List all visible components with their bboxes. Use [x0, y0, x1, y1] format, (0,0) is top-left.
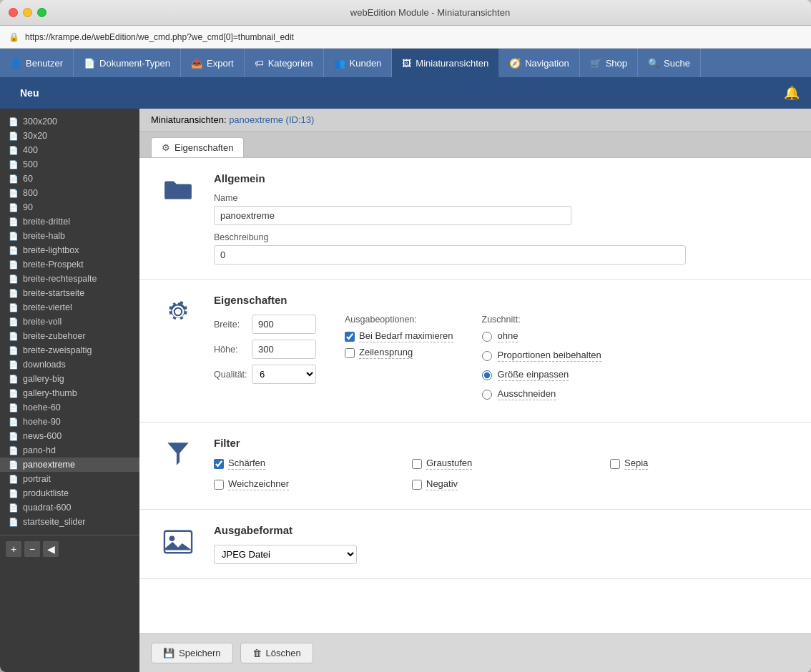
file-icon: 📄 — [9, 460, 19, 470]
sidebar-item-startseite-slider[interactable]: 📄 startseite_slider — [0, 515, 139, 529]
sidebar-item-hoehe-90[interactable]: 📄 hoehe-90 — [0, 415, 139, 429]
quality-select[interactable]: 6 — [252, 365, 316, 384]
sidebar-item-400[interactable]: 📄 400 — [0, 143, 139, 157]
sidebar-item-breite-viertel[interactable]: 📄 breite-viertel — [0, 300, 139, 315]
sidebar-item-90[interactable]: 📄 90 — [0, 200, 139, 214]
sidebar-item-300x200[interactable]: 📄 300x200 — [0, 114, 139, 129]
file-icon: 📄 — [9, 403, 19, 412]
sidebar-item-breite-startseite[interactable]: 📄 breite-startseite — [0, 286, 139, 300]
name-input[interactable] — [214, 206, 571, 225]
address-bar: 🔒 https://krampe.de/webEdition/we_cmd.ph… — [0, 26, 811, 49]
sidebar-item-breite-voll[interactable]: 📄 breite-voll — [0, 315, 139, 329]
cb-zeilensprung[interactable] — [345, 348, 355, 358]
title-bar: webEdition Module - Miniaturansichten — [0, 0, 811, 26]
file-icon: 📄 — [9, 246, 19, 255]
new-button[interactable]: Neu — [11, 83, 47, 103]
collapse-button[interactable]: ◀ — [43, 541, 59, 557]
rb-ohne-row: ohne — [482, 330, 601, 342]
zoom-in-button[interactable]: + — [6, 541, 21, 557]
breadcrumb-active[interactable]: panoextreme (ID:13) — [229, 114, 314, 125]
sidebar-item-breite-drittel[interactable]: 📄 breite-drittel — [0, 214, 139, 229]
file-icon: 📄 — [9, 289, 19, 298]
cb-negativ[interactable] — [412, 480, 422, 490]
sidebar-item-breite-zweispaltig[interactable]: 📄 breite-zweispaltig — [0, 343, 139, 357]
sidebar-item-gallery-thumb[interactable]: 📄 gallery-thumb — [0, 386, 139, 400]
sidebar-item-news-600[interactable]: 📄 news-600 — [0, 429, 139, 443]
rb-ohne-label: ohne — [498, 330, 518, 342]
breadcrumb: Miniaturansichten: panoextreme (ID:13) — [139, 109, 811, 132]
sidebar-item-breite-lightbox[interactable]: 📄 breite-lightbox — [0, 243, 139, 257]
eigenschaften-body: Eigenschaften Breite: Höhe: — [214, 294, 794, 407]
shop-icon: 🛒 — [590, 58, 601, 69]
delete-button[interactable]: 🗑 Löschen — [240, 643, 313, 663]
cb-weichzeichner[interactable] — [214, 480, 224, 490]
sidebar-item-breite-halb[interactable]: 📄 breite-halb — [0, 229, 139, 243]
rb-groesse[interactable] — [482, 370, 492, 380]
nav-export[interactable]: 📤 Export — [181, 49, 245, 77]
nav-miniaturansichten[interactable]: 🖼 Miniaturansichten — [392, 49, 499, 77]
file-icon: 📄 — [9, 146, 19, 155]
beschreibung-input[interactable] — [214, 245, 686, 265]
close-button[interactable] — [9, 8, 18, 17]
cb-maximieren[interactable] — [345, 332, 355, 342]
image-icon — [157, 524, 200, 564]
nav-suche[interactable]: 🔍 Suche — [638, 49, 701, 77]
minimize-button[interactable] — [23, 8, 32, 17]
cb-zeilensprung-label: Zeilensprung — [359, 347, 413, 359]
nav-shop[interactable]: 🛒 Shop — [580, 49, 638, 77]
rb-groesse-label: Größe einpassen — [498, 369, 569, 381]
rb-ausschneiden-label: Ausschneiden — [498, 388, 556, 400]
sidebar-item-breite-zubehoer[interactable]: 📄 breite-zubehoer — [0, 329, 139, 343]
sidebar-item-hoehe-60[interactable]: 📄 hoehe-60 — [0, 400, 139, 415]
height-input[interactable] — [252, 340, 316, 359]
sidebar-item-quadrat-600[interactable]: 📄 quadrat-600 — [0, 500, 139, 515]
sidebar-item-500[interactable]: 📄 500 — [0, 157, 139, 172]
sidebar-item-downloads[interactable]: 📄 downloads — [0, 357, 139, 372]
width-input[interactable] — [252, 315, 316, 334]
tab-eigenschaften[interactable]: ⚙ Eigenschaften — [151, 137, 244, 157]
cb-graustufen[interactable] — [412, 459, 422, 469]
sidebar-item-pano-hd[interactable]: 📄 pano-hd — [0, 443, 139, 458]
nav-dokument-typen[interactable]: 📄 Dokument-Typen — [74, 49, 181, 77]
rb-ohne[interactable] — [482, 332, 492, 342]
cb-sepia-label: Sepia — [624, 458, 648, 470]
sidebar-item-30x20[interactable]: 📄 30x20 — [0, 129, 139, 143]
nav-kategorien[interactable]: 🏷 Kategorien — [245, 49, 324, 77]
cb-sepia[interactable] — [610, 459, 620, 469]
nav-navigation[interactable]: 🧭 Navigation — [499, 49, 579, 77]
navigation-icon: 🧭 — [509, 58, 521, 69]
rb-ausschneiden[interactable] — [482, 390, 492, 400]
nav-kunden[interactable]: 👥 Kunden — [324, 49, 393, 77]
file-icon: 📄 — [9, 446, 19, 455]
maximize-button[interactable] — [37, 8, 46, 17]
cb-negativ-label: Negativ — [426, 478, 458, 490]
save-button[interactable]: 💾 Speichern — [151, 643, 233, 663]
beschreibung-label: Beschreibung — [214, 232, 794, 242]
file-icon: 📄 — [9, 117, 19, 127]
format-select[interactable]: JPEG Datei PNG Datei GIF Datei — [214, 545, 357, 564]
nav-bar: 👤 Benutzer 📄 Dokument-Typen 📤 Export 🏷 K… — [0, 49, 811, 77]
save-icon: 💾 — [163, 648, 175, 658]
cb-schaerfen[interactable] — [214, 459, 224, 469]
zuschnitt-col: Zuschnitt: ohne Proportionen beibehalten — [482, 315, 601, 407]
sidebar-item-panoextreme[interactable]: 📄 panoextreme — [0, 458, 139, 472]
allgemein-body: Allgemein Name Beschreibung — [214, 172, 794, 265]
cb-weichzeichner-row: Weichzeichner — [214, 478, 398, 490]
cb-weichzeichner-label: Weichzeichner — [228, 478, 289, 490]
sidebar-item-produktliste[interactable]: 📄 produktliste — [0, 486, 139, 500]
nav-benutzer[interactable]: 👤 Benutzer — [0, 49, 74, 77]
zoom-out-button[interactable]: − — [24, 541, 40, 557]
kategorien-icon: 🏷 — [255, 58, 264, 69]
sidebar-item-60[interactable]: 📄 60 — [0, 172, 139, 186]
sidebar-item-breite-rechtespalte[interactable]: 📄 breite-rechtespalte — [0, 272, 139, 286]
eigenschaften-title: Eigenschaften — [214, 294, 794, 306]
sidebar-item-800[interactable]: 📄 800 — [0, 186, 139, 200]
file-icon: 📄 — [9, 489, 19, 498]
sidebar-item-portrait[interactable]: 📄 portrait — [0, 472, 139, 486]
sidebar-item-breite-prospekt[interactable]: 📄 breite-Prospekt — [0, 257, 139, 272]
rb-groesse-row: Größe einpassen — [482, 369, 601, 381]
sidebar-item-gallery-big[interactable]: 📄 gallery-big — [0, 372, 139, 386]
rb-proportionen[interactable] — [482, 351, 492, 361]
height-label: Höhe: — [214, 345, 246, 355]
cb-graustufen-label: Graustufen — [426, 458, 472, 470]
